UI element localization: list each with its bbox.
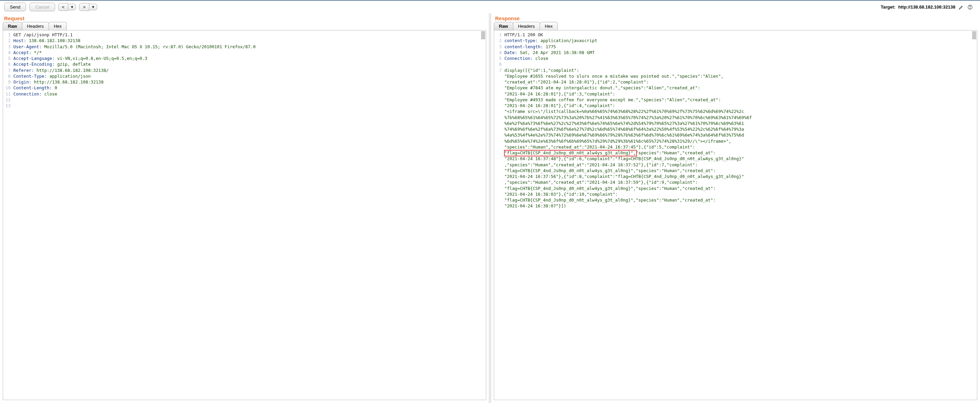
svg-point-1 [970,8,970,8]
request-gutter: 12345678910111213 [3,30,13,110]
toolbar: Send Cancel < ▼ > ▼ Target: http://138.6… [0,1,980,13]
help-icon[interactable] [967,4,973,10]
response-gutter: 1234567 [494,30,504,210]
tab-request-raw[interactable]: Raw [3,22,22,30]
response-pane: Response Raw Headers Hex 1234567 HTTP/1.… [491,13,980,403]
target-label: Target: [881,5,896,10]
prev-button[interactable]: < [58,3,68,11]
request-pane: Request Raw Headers Hex 1234567891011121… [0,13,489,403]
target-value: http://138.68.182.108:32138 [898,5,955,10]
response-editor[interactable]: 1234567 HTTP/1.1 200 OK content-type: ap… [494,30,977,400]
next-button[interactable]: > [79,3,89,11]
send-button[interactable]: Send [4,3,26,11]
tab-response-raw[interactable]: Raw [494,22,513,30]
request-scrollbar[interactable] [481,31,485,39]
toolbar-left: Send Cancel < ▼ > ▼ [4,3,97,11]
prev-drop[interactable]: ▼ [68,4,76,10]
request-editor[interactable]: 12345678910111213 GET /api/jsonp HTTP/1.… [3,30,486,400]
response-title: Response [491,13,980,22]
request-code[interactable]: GET /api/jsonp HTTP/1.1 Host: 138.68.182… [13,30,486,110]
split-panes: Request Raw Headers Hex 1234567891011121… [0,13,980,403]
tab-response-hex[interactable]: Hex [540,22,558,30]
tab-request-hex[interactable]: Hex [49,22,67,30]
cancel-button[interactable]: Cancel [29,3,55,11]
pencil-icon[interactable] [958,4,964,10]
tab-request-headers[interactable]: Headers [22,22,49,30]
next-drop[interactable]: ▼ [89,4,97,10]
next-split-button[interactable]: > ▼ [80,3,97,11]
target-area: Target: http://138.68.182.108:32138 [881,4,976,10]
request-title: Request [0,13,489,22]
prev-split-button[interactable]: < ▼ [59,3,76,11]
request-tabs: Raw Headers Hex [0,22,489,30]
tab-response-headers[interactable]: Headers [513,22,540,30]
response-scrollbar[interactable] [972,31,976,39]
response-tabs: Raw Headers Hex [491,22,980,30]
response-code[interactable]: HTTP/1.1 200 OK content-type: applicatio… [504,30,977,210]
